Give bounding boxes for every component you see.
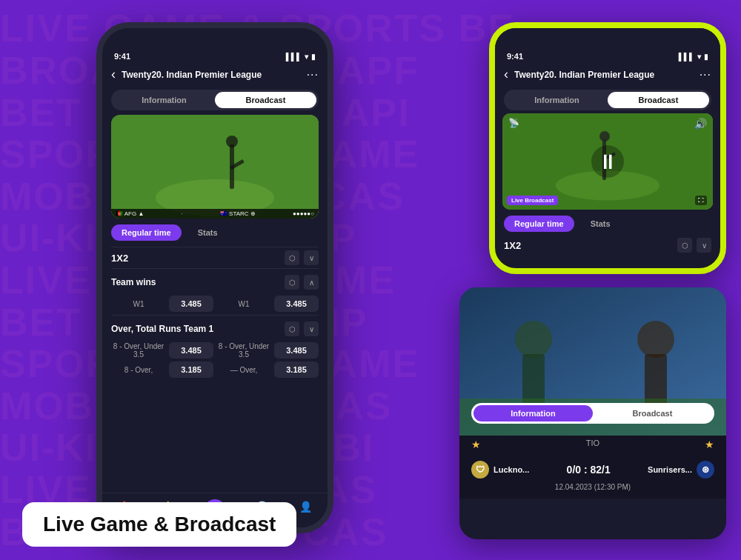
battery-icon: ▮ xyxy=(311,53,316,61)
home-team-logo: 🛡 xyxy=(471,461,489,479)
fullscreen-icon[interactable]: ⛶ xyxy=(695,196,707,205)
nav-title-left: Twenty20. Indian Premier League xyxy=(122,70,307,80)
phone-notch-right xyxy=(574,31,641,47)
subtab-stats-right[interactable]: Stats xyxy=(580,216,621,232)
over-val-1[interactable]: 3.485 xyxy=(169,342,213,359)
over-label-4: — Over, xyxy=(216,366,271,374)
chevron-down-icon[interactable]: ∨ xyxy=(304,250,319,265)
tab-bar-left: Information Broadcast xyxy=(111,90,319,110)
separator-3 xyxy=(111,315,319,316)
status-time: 9:41 xyxy=(114,52,130,61)
card-right-bottom: Information Broadcast ★ TIO ★ 🛡 Luckno..… xyxy=(459,287,726,539)
phone-right-top: 9:41 ▌▌▌ ▾ ▮ ‹ Twenty20. Indian Premier … xyxy=(489,22,726,274)
bet-label-w1-left: W1 xyxy=(111,300,166,308)
phone-notch xyxy=(182,31,248,47)
live-badge: Live Broadcast xyxy=(507,196,558,205)
away-team-logo: ⊛ xyxy=(697,461,714,479)
bet-label-w1-right: W1 xyxy=(216,300,271,308)
card-bg-image: Information Broadcast xyxy=(459,287,726,436)
card-teams-row: 🛡 Luckno... 0/0 : 82/1 Sunrisers... ⊛ xyxy=(471,461,714,479)
away-team: Sunrisers... ⊛ xyxy=(648,461,714,479)
1x2-title-right: 1X2 xyxy=(504,240,521,251)
svg-rect-14 xyxy=(645,354,667,406)
team1-score: 🇦🇫 AFG ▲ xyxy=(116,210,144,217)
back-button-right[interactable]: ‹ xyxy=(504,67,508,82)
subtab-regular-left[interactable]: Regular time xyxy=(111,224,182,241)
separator-2 xyxy=(111,268,319,269)
status-bar-left: 9:41 ▌▌▌ ▾ ▮ xyxy=(102,47,328,62)
sub-tabs-left: Regular time Stats xyxy=(111,224,319,241)
over-total-runs-header: Over, Total Runs Team 1 ⬡ ∨ xyxy=(111,319,319,339)
video-player-left[interactable]: 🇦🇫 AFG ▲ · 🇦🇺 STARC ⊕ ●●●●●○ xyxy=(111,115,319,219)
home-team-name: Luckno... xyxy=(494,465,529,474)
home-team: 🛡 Luckno... xyxy=(471,461,529,479)
chevron-up-icon[interactable]: ∧ xyxy=(304,275,319,290)
pause-button[interactable]: ⏸ xyxy=(591,145,624,178)
tab-broadcast-right[interactable]: Broadcast xyxy=(608,92,709,108)
card-tab-broadcast[interactable]: Broadcast xyxy=(593,405,712,421)
1x2-icons-right: ⬡ ∨ xyxy=(677,238,711,253)
over-val-4[interactable]: 3.185 xyxy=(274,361,319,378)
over-val-2[interactable]: 3.485 xyxy=(274,342,319,359)
1x2-row-right: 1X2 ⬡ ∨ xyxy=(504,238,711,253)
nav-user[interactable]: 👤 xyxy=(298,499,313,520)
over-val-3[interactable]: 3.185 xyxy=(169,361,213,378)
star-left-icon[interactable]: ★ xyxy=(471,439,481,450)
separator-1 xyxy=(111,247,319,247)
star-right-icon[interactable]: ★ xyxy=(705,439,714,450)
card-tab-information[interactable]: Information xyxy=(473,405,593,421)
wifi-icon: ▾ xyxy=(305,53,308,61)
chevron-right-icon[interactable]: ∨ xyxy=(697,238,711,253)
team-wins-icons: ⬡ ∧ xyxy=(285,275,319,290)
back-button[interactable]: ‹ xyxy=(111,67,116,82)
svg-rect-12 xyxy=(522,354,545,406)
status-bar-right: 9:41 ▌▌▌ ▾ ▮ xyxy=(495,47,720,62)
overs: ●●●●●○ xyxy=(293,210,314,217)
nav-title-right: Twenty20. Indian Premier League xyxy=(514,70,700,80)
status-icons-right: ▌▌▌ ▾ ▮ xyxy=(679,53,708,61)
tab-information-right[interactable]: Information xyxy=(506,92,608,108)
svg-point-8 xyxy=(599,131,610,141)
video-score-bar: 🇦🇫 AFG ▲ · 🇦🇺 STARC ⊕ ●●●●●○ xyxy=(111,209,319,219)
away-team-name: Sunrisers... xyxy=(648,465,692,474)
team-wins-section-header: Team wins ⬡ ∧ xyxy=(111,272,319,293)
card-tab-bar: Information Broadcast xyxy=(471,403,714,424)
over-icons: ⬡ ∨ xyxy=(285,321,319,336)
volume-icon[interactable]: 🔊 xyxy=(694,118,707,130)
tab-information-left[interactable]: Information xyxy=(113,92,215,108)
team2-score: 🇦🇺 STARC ⊕ xyxy=(220,210,256,217)
nav-bar-right: ‹ Twenty20. Indian Premier League ··· xyxy=(495,62,720,87)
match-date: 12.04.2023 (12:30 PM) xyxy=(471,483,714,491)
card-tabs-container: Information Broadcast xyxy=(459,403,726,430)
more-options-button[interactable]: ··· xyxy=(307,68,319,81)
over-bet-row-2: 8 - Over, 3.185 — Over, 3.185 xyxy=(111,361,319,378)
page-title: Live Game & Broadcast xyxy=(22,502,296,547)
battery-icon-right: ▮ xyxy=(704,53,708,61)
pin-icon-right[interactable]: ⬡ xyxy=(677,238,692,253)
wifi-icon-right: ▾ xyxy=(697,53,701,61)
vs-separator: · xyxy=(182,210,183,217)
1x2-title: 1X2 xyxy=(111,253,128,264)
bet-value-w1-right[interactable]: 3.485 xyxy=(274,296,319,312)
over-label-3: 8 - Over, xyxy=(111,366,166,374)
pin2-icon[interactable]: ⬡ xyxy=(285,275,299,290)
team-wins-bet-row: W1 3.485 W1 3.485 xyxy=(111,296,319,312)
over-total-runs-title: Over, Total Runs Team 1 xyxy=(111,324,213,334)
subtab-stats-left[interactable]: Stats xyxy=(187,224,228,241)
pin3-icon[interactable]: ⬡ xyxy=(285,321,299,336)
card-stars-row: ★ TIO ★ xyxy=(459,436,726,453)
tio-label: TIO xyxy=(481,439,705,450)
chevron-down2-icon[interactable]: ∨ xyxy=(304,321,319,336)
over-label-2: 8 - Over, Under 3.5 xyxy=(216,342,271,359)
sub-tabs-right: Regular time Stats xyxy=(504,216,711,232)
subtab-regular-right[interactable]: Regular time xyxy=(504,216,574,232)
nav-bar-left: ‹ Twenty20. Indian Premier League ··· xyxy=(102,62,328,87)
bet-value-w1-left[interactable]: 3.485 xyxy=(169,296,213,312)
pin-icon[interactable]: ⬡ xyxy=(285,250,299,265)
broadcast-icon: 📡 xyxy=(508,118,519,128)
svg-point-3 xyxy=(226,136,238,147)
more-options-right[interactable]: ··· xyxy=(700,68,711,81)
tab-broadcast-left[interactable]: Broadcast xyxy=(215,92,316,108)
video-player-right[interactable]: ⏸ 📡 🔊 Live Broadcast ⛶ xyxy=(502,113,713,210)
over-label-1: 8 - Over, Under 3.5 xyxy=(111,342,166,359)
